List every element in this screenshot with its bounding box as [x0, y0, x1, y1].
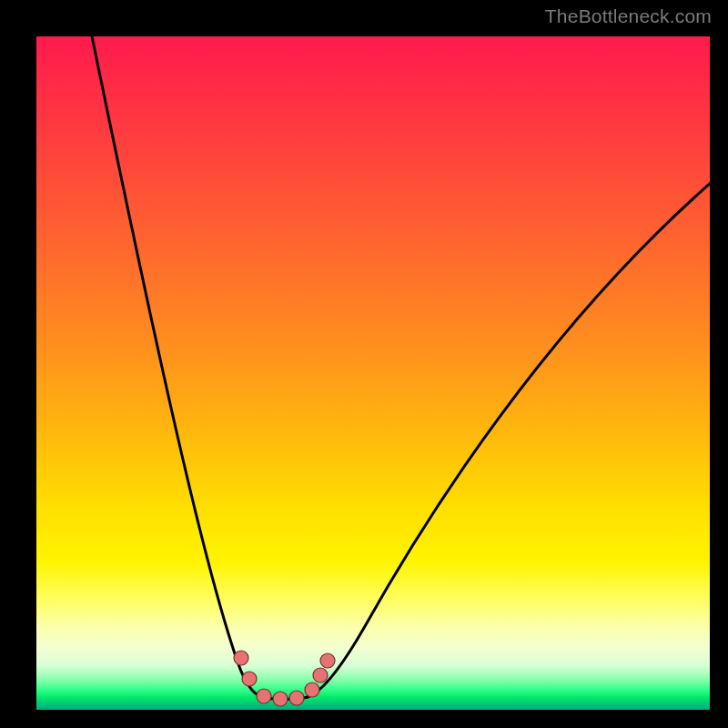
series-right-branch — [308, 182, 710, 697]
watermark-label: TheBottleneck.com — [545, 5, 712, 27]
curve-layer — [36, 36, 710, 710]
marker-point-7 — [320, 653, 335, 668]
marker-point-1 — [242, 672, 257, 686]
marker-point-3 — [273, 692, 288, 706]
chart-frame: TheBottleneck.com — [0, 0, 728, 728]
marker-point-5 — [305, 682, 319, 697]
marker-point-0 — [234, 651, 248, 665]
marker-point-6 — [313, 668, 328, 682]
plot-area — [36, 36, 710, 710]
series-left-branch — [91, 36, 262, 697]
marker-point-4 — [289, 691, 304, 705]
marker-point-2 — [257, 689, 271, 703]
